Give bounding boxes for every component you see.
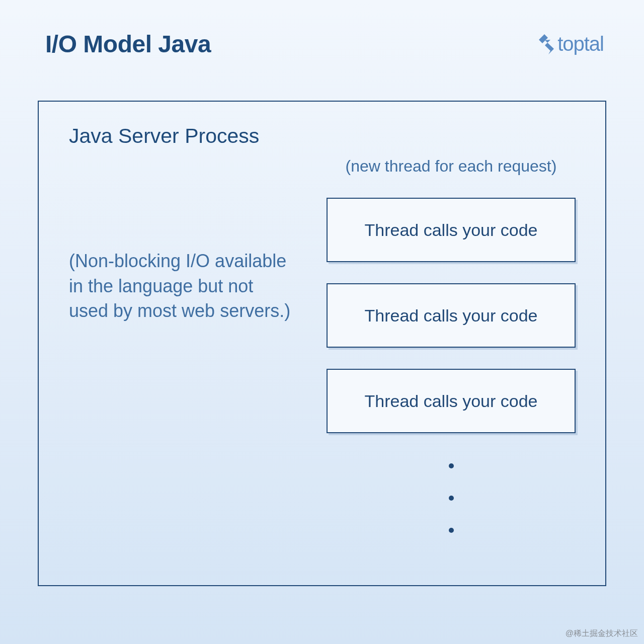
dot-icon (449, 463, 454, 468)
process-title: Java Server Process (69, 124, 580, 148)
left-column: (Non-blocking I/O available in the langu… (64, 157, 296, 533)
logo-text: toptal (557, 33, 604, 55)
content-area: (Non-blocking I/O available in the langu… (64, 157, 580, 533)
thread-box: Thread calls your code (327, 198, 576, 262)
thread-box: Thread calls your code (327, 369, 576, 433)
watermark: @稀土掘金技术社区 (566, 628, 638, 639)
dot-icon (449, 528, 454, 533)
toptal-icon (538, 36, 554, 52)
process-box: Java Server Process (Non-blocking I/O av… (38, 101, 606, 586)
thread-box: Thread calls your code (327, 283, 576, 348)
header: I/O Model Java toptal (0, 0, 644, 58)
note-text: (Non-blocking I/O available in the langu… (69, 249, 296, 324)
page-title: I/O Model Java (45, 30, 211, 58)
dot-icon (449, 496, 454, 501)
logo: toptal (538, 33, 604, 55)
ellipsis-dots (449, 463, 454, 533)
thread-note: (new thread for each request) (346, 157, 557, 176)
right-column: (new thread for each request) Thread cal… (322, 157, 580, 533)
